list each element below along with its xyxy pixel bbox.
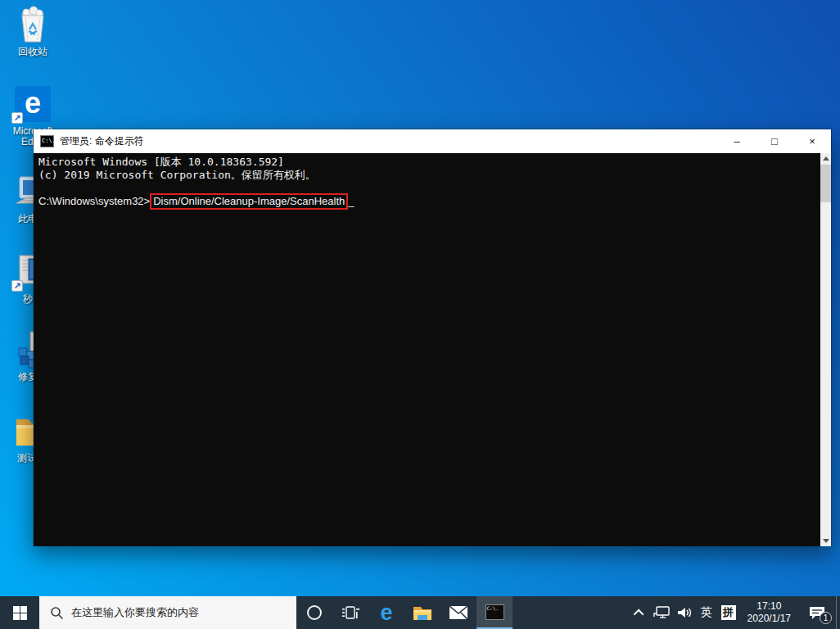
windows-logo-icon xyxy=(13,606,27,620)
cortana-button[interactable] xyxy=(296,596,332,629)
speaker-icon xyxy=(676,605,692,620)
scroll-up-icon[interactable] xyxy=(820,153,831,164)
cmd-window-titlebar[interactable]: C:\. 管理员: 命令提示符 – □ × xyxy=(34,129,831,153)
terminal-command-highlight: Dism/Online/Cleanup-Image/ScanHealth xyxy=(150,193,348,210)
terminal-line: (c) 2019 Microsoft Corporation。保留所有权利。 xyxy=(38,169,820,182)
scrollbar-thumb[interactable] xyxy=(820,165,831,202)
desktop: 回收站 e ↗ Microsoft Edge 此电脑 ↗ xyxy=(0,0,840,629)
scroll-down-icon[interactable] xyxy=(820,536,831,546)
network-button[interactable] xyxy=(650,596,673,629)
start-button[interactable] xyxy=(0,596,39,629)
ime-language-button[interactable]: 英 xyxy=(696,596,717,629)
taskbar-search-input[interactable]: 在这里输入你要搜索的内容 xyxy=(39,596,296,629)
clock-button[interactable]: 17:10 2020/1/17 xyxy=(740,596,798,629)
cmd-icon: C:\. xyxy=(485,604,504,620)
file-explorer-button[interactable] xyxy=(404,596,440,629)
search-icon xyxy=(50,606,64,620)
chevron-up-icon xyxy=(634,609,644,619)
shortcut-arrow-icon: ↗ xyxy=(11,112,23,124)
tray-date: 2020/1/17 xyxy=(747,613,791,625)
ethernet-icon xyxy=(653,605,670,620)
maximize-button[interactable]: □ xyxy=(756,129,793,153)
search-placeholder: 在这里输入你要搜索的内容 xyxy=(71,605,199,620)
shortcut-arrow-icon: ↗ xyxy=(11,280,23,292)
notification-badge: 1 xyxy=(820,612,832,624)
mail-icon xyxy=(449,604,468,621)
terminal-prompt-line: C:\Windows\system32>Dism/Online/Cleanup-… xyxy=(38,195,820,208)
terminal-output[interactable]: Microsoft Windows [版本 10.0.18363.592] (c… xyxy=(34,153,820,546)
terminal-prompt: C:\Windows\system32> xyxy=(38,195,150,207)
terminal-line: Microsoft Windows [版本 10.0.18363.592] xyxy=(38,156,820,169)
folder-icon xyxy=(412,602,433,623)
task-view-icon xyxy=(341,603,360,622)
terminal-scrollbar[interactable] xyxy=(820,153,831,546)
minimize-button[interactable]: – xyxy=(718,129,756,153)
edge-icon: e xyxy=(380,602,392,624)
taskbar-edge-button[interactable]: e xyxy=(368,596,404,629)
desktop-icon-recycle-bin[interactable]: 回收站 xyxy=(2,5,64,57)
cortana-icon xyxy=(307,605,322,620)
taskbar: 在这里输入你要搜索的内容 e xyxy=(0,596,840,629)
show-desktop-button[interactable] xyxy=(836,596,840,629)
cmd-titlebar-icon: C:\. xyxy=(40,135,54,147)
close-button[interactable]: × xyxy=(793,129,831,153)
ime-mode-button[interactable]: 拼 xyxy=(717,596,740,629)
taskbar-cmd-button-active[interactable]: C:\. xyxy=(476,596,513,629)
cmd-window: C:\. 管理员: 命令提示符 – □ × Microsoft Windows … xyxy=(33,129,832,546)
tray-overflow-button[interactable] xyxy=(630,596,650,629)
tray-time: 17:10 xyxy=(756,600,781,613)
ime-mode-indicator: 拼 xyxy=(721,605,736,620)
desktop-icon-label: 回收站 xyxy=(2,47,64,57)
volume-button[interactable] xyxy=(673,596,696,629)
terminal-cursor: _ xyxy=(348,195,354,207)
action-center-button[interactable]: 1 xyxy=(798,596,836,629)
window-title: 管理员: 命令提示符 xyxy=(60,134,718,148)
mail-button[interactable] xyxy=(440,596,476,629)
task-view-button[interactable] xyxy=(332,596,368,629)
recycle-bin-icon xyxy=(2,5,64,44)
